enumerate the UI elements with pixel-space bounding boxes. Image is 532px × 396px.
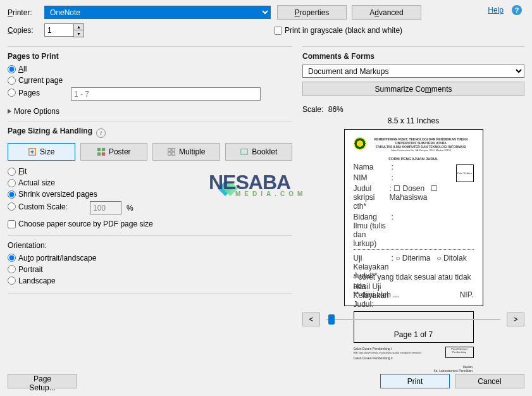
page-slider[interactable] bbox=[326, 313, 500, 326]
multiple-tab[interactable]: Multiple bbox=[152, 143, 220, 161]
scale-value: 86% bbox=[328, 105, 343, 114]
copies-spinner[interactable]: ▲ ▼ bbox=[44, 23, 84, 37]
svg-rect-6 bbox=[172, 149, 175, 151]
pages-to-print-title: Pages to Print bbox=[8, 52, 292, 61]
custom-scale-input bbox=[90, 201, 121, 214]
poster-tab[interactable]: Poster bbox=[80, 143, 148, 161]
advanced-button[interactable]: Advanced bbox=[352, 5, 421, 20]
printer-select[interactable]: OneNote bbox=[44, 6, 271, 19]
radio-shrink[interactable]: Shrink oversized pages bbox=[8, 190, 97, 199]
sizing-title: Page Sizing & Handling bbox=[8, 127, 92, 135]
pages-range-input[interactable] bbox=[71, 87, 261, 101]
copies-label: Copies: bbox=[8, 26, 44, 35]
cancel-button[interactable]: Cancel bbox=[455, 374, 524, 388]
prev-page-button[interactable]: < bbox=[302, 312, 320, 326]
print-button[interactable]: Print bbox=[380, 374, 450, 388]
radio-current[interactable]: Current page bbox=[8, 76, 63, 85]
booklet-icon bbox=[240, 147, 249, 156]
help-icon[interactable]: ? bbox=[512, 5, 522, 15]
grayscale-label: Print in grayscale (black and white) bbox=[285, 26, 402, 35]
choose-paper-checkbox-wrap[interactable]: Choose paper source by PDF page size bbox=[8, 220, 153, 228]
copies-down[interactable]: ▼ bbox=[74, 30, 84, 37]
svg-rect-7 bbox=[168, 152, 171, 155]
dimensions-label: 8.5 x 11 Inches bbox=[302, 116, 524, 125]
svg-rect-1 bbox=[97, 148, 101, 151]
print-preview: KEMENTERIAN RISET, TEKNOLOGI DAN PENDIDI… bbox=[344, 129, 483, 306]
size-tab[interactable]: Size bbox=[8, 143, 75, 161]
svg-rect-8 bbox=[172, 152, 175, 155]
scale-label: Scale: bbox=[302, 105, 323, 114]
comments-dropdown[interactable]: Document and Markups bbox=[302, 65, 524, 78]
chevron-right-icon bbox=[8, 109, 11, 114]
radio-portrait[interactable]: Portrait bbox=[8, 265, 43, 274]
radio-custom-scale[interactable]: Custom Scale: bbox=[8, 202, 90, 211]
radio-landscape[interactable]: Landscape bbox=[8, 276, 56, 285]
size-icon bbox=[28, 147, 37, 156]
copies-up[interactable]: ▲ bbox=[74, 24, 84, 30]
choose-paper-checkbox[interactable] bbox=[8, 220, 16, 228]
radio-fit[interactable]: Fit bbox=[8, 167, 27, 176]
radio-pages[interactable]: Pages bbox=[8, 89, 71, 97]
radio-all[interactable]: All bbox=[8, 65, 27, 73]
svg-rect-2 bbox=[102, 148, 105, 151]
page-setup-button[interactable]: Page Setup... bbox=[8, 374, 77, 388]
printer-label: PPrinter:rinter: bbox=[8, 8, 44, 17]
orientation-title: Orientation: bbox=[8, 241, 292, 250]
svg-rect-5 bbox=[168, 149, 171, 151]
summarize-comments-button[interactable]: Summarize Comments bbox=[302, 82, 524, 96]
grayscale-checkbox-wrap[interactable]: Print in grayscale (black and white) bbox=[274, 26, 402, 35]
info-icon[interactable]: i bbox=[96, 128, 106, 138]
svg-rect-3 bbox=[97, 152, 101, 156]
copies-input[interactable] bbox=[44, 23, 73, 37]
multiple-icon bbox=[167, 147, 176, 156]
next-page-button[interactable]: > bbox=[507, 312, 524, 326]
svg-rect-4 bbox=[102, 152, 105, 156]
more-options-toggle[interactable]: More Options bbox=[8, 107, 59, 116]
radio-auto-orient[interactable]: Auto portrait/landscape bbox=[8, 254, 96, 263]
grayscale-checkbox[interactable] bbox=[274, 27, 282, 35]
properties-button[interactable]: Properties bbox=[277, 5, 347, 20]
help-link[interactable]: Help bbox=[488, 6, 504, 15]
percent-label: % bbox=[127, 204, 133, 213]
comments-title: Comments & Forms bbox=[302, 52, 524, 61]
booklet-tab[interactable]: Booklet bbox=[225, 143, 293, 161]
radio-actual[interactable]: Actual size bbox=[8, 178, 55, 187]
poster-icon bbox=[97, 147, 106, 156]
